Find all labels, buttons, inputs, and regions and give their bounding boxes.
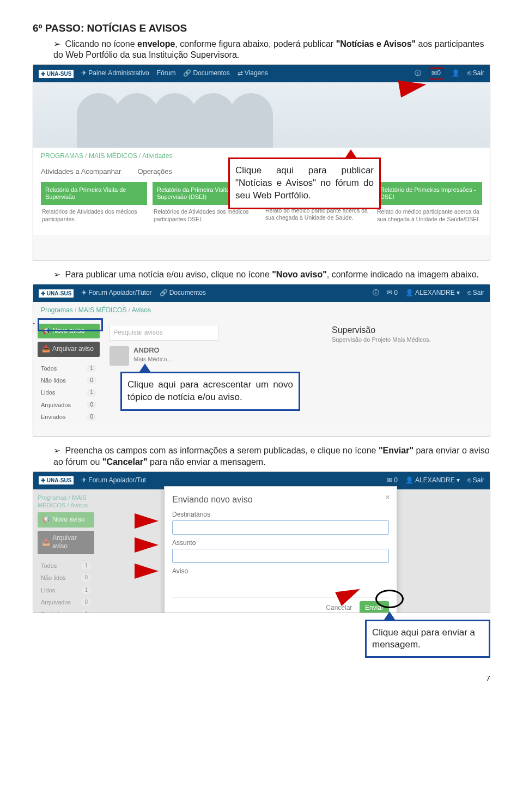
label-aviso: Aviso xyxy=(172,567,389,576)
intro-paragraph-3: ➢ Preencha os campos com as informações … xyxy=(53,445,490,468)
modal-title: Enviando novo aviso xyxy=(172,494,389,506)
bullet-arrow-icon: ➢ xyxy=(53,446,60,455)
message-row[interactable]: ANDROMais Médico... xyxy=(110,346,484,366)
callout-box-2: Clique aqui para acrescentar um novo tóp… xyxy=(120,372,300,411)
user-icon[interactable]: 👤 xyxy=(452,69,460,78)
nav-viagens[interactable]: ⇄ Viagens xyxy=(238,69,268,78)
bullet-arrow-icon: ➢ xyxy=(53,270,60,279)
nav-sair[interactable]: ⎋ Sair xyxy=(467,476,484,485)
intro-paragraph-2: ➢ Para publicar uma notícia e/ou aviso, … xyxy=(53,269,490,281)
nav-documentos[interactable]: 🔗 Documentos xyxy=(183,69,229,78)
novo-aviso-button: 📢 Novo aviso xyxy=(38,512,94,528)
callout-box-1: Clique aqui para publicar "Notícias e Av… xyxy=(228,157,381,209)
nav-painel[interactable]: ✈ Painel Administrativo xyxy=(81,69,149,78)
red-arrow-icon xyxy=(135,513,159,529)
mail-icon[interactable]: ✉ 0 xyxy=(387,289,398,298)
screenshot-1: ✚ UNA-SUS ✈ Painel Administrativo Fórum … xyxy=(33,64,490,260)
destinatarios-field[interactable] xyxy=(172,520,389,535)
nav-sair[interactable]: ⎋ Sair xyxy=(467,69,484,78)
label-assunto: Assunto xyxy=(172,539,389,548)
filter-arquivados[interactable]: Arquivados0 xyxy=(38,399,100,411)
red-arrow-icon xyxy=(135,537,159,553)
sidebar-dim: Programas / MAIS MÉDICOS / Avisos 📢 Novo… xyxy=(33,489,99,613)
card-4[interactable]: Relatório de Primeiras Impressões - DSEI… xyxy=(376,182,482,227)
info-icon[interactable]: ⓘ xyxy=(373,289,379,298)
callout-box-3: Clique aqui para enviar a mensagem. xyxy=(365,620,490,658)
avatar xyxy=(110,346,129,366)
filter-lidos[interactable]: Lidos1 xyxy=(38,386,100,398)
screenshot-2: ✚ UNA-SUS ✈ Forum Apoiador/Tutor 🔗 Docum… xyxy=(33,284,490,437)
cancel-button[interactable]: Cancelar xyxy=(326,604,352,611)
red-arrow-icon xyxy=(135,563,159,579)
assunto-field[interactable] xyxy=(172,549,389,563)
search-input[interactable]: Pesquisar avisos xyxy=(110,325,218,341)
circle-highlight xyxy=(375,590,404,608)
filter-enviados[interactable]: Enviados0 xyxy=(38,411,100,423)
highlight-box xyxy=(38,318,103,331)
nav-forum[interactable]: ✈ Forum Apoiador/Tut xyxy=(81,476,146,485)
tab-operacoes[interactable]: Operações xyxy=(137,167,172,177)
close-icon[interactable]: × xyxy=(385,492,390,504)
card-1[interactable]: Relatório da Primeira Visita de Supervis… xyxy=(41,182,147,227)
filter-nao-lidos[interactable]: Não lidos0 xyxy=(38,374,100,386)
top-nav-2: ✚ UNA-SUS ✈ Forum Apoiador/Tutor 🔗 Docum… xyxy=(33,284,490,302)
logo: ✚ UNA-SUS xyxy=(39,476,74,484)
logo: ✚ UNA-SUS xyxy=(39,70,74,78)
arquivar-aviso-button: 📥 Arquivar aviso xyxy=(38,531,94,554)
user-menu[interactable]: 👤 ALEXANDRE ▾ xyxy=(405,476,460,485)
logo: ✚ UNA-SUS xyxy=(39,289,74,298)
tab-atividades[interactable]: Atividades a Acompanhar xyxy=(41,167,121,177)
intro-paragraph-1: ➢ Clicando no ícone envelope, conforme f… xyxy=(53,39,490,62)
user-menu[interactable]: 👤 ALEXANDRE ▾ xyxy=(405,289,460,298)
nav-sair[interactable]: ⎋ Sair xyxy=(467,289,484,298)
label-destinatarios: Destinatários xyxy=(172,511,389,519)
supervisao-panel: Supervisão Supervisão do Projeto Mais Mé… xyxy=(332,325,484,344)
arquivar-aviso-button[interactable]: 📥 Arquivar aviso xyxy=(38,342,100,357)
red-arrow-icon xyxy=(33,315,35,332)
page-number: 7 xyxy=(33,673,490,684)
nav-documentos[interactable]: 🔗 Documentos xyxy=(160,289,206,298)
step-title: 6º PASSO: NOTÍCIAS E AVISOS xyxy=(33,22,490,35)
filter-todos[interactable]: Todos1 xyxy=(38,362,100,374)
mail-icon[interactable]: ✉ 0 xyxy=(387,476,398,485)
envelope-icon[interactable]: ✉ 0 xyxy=(429,68,444,80)
screenshot-3: ✚ UNA-SUS ✈ Forum Apoiador/Tut ✉ 0 👤 ALE… xyxy=(33,471,490,613)
sidebar: 📢 Novo aviso 📥 Arquivar aviso Todos1 Não… xyxy=(33,319,104,428)
breadcrumb-2: Programas / MAIS MÉDICOS / Avisos xyxy=(33,302,490,319)
nav-forum[interactable]: Fórum xyxy=(157,69,176,78)
nav-forum[interactable]: ✈ Forum Apoiador/Tutor xyxy=(81,289,151,298)
bullet-arrow-icon: ➢ xyxy=(53,39,60,49)
